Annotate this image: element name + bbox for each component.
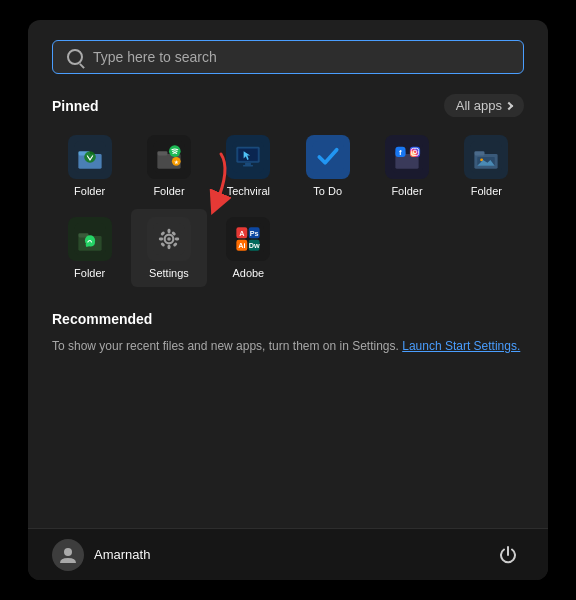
svg-point-57 <box>64 548 72 556</box>
svg-rect-40 <box>168 245 171 249</box>
svg-rect-28 <box>475 151 485 155</box>
app-label-folder5: Folder <box>391 185 422 197</box>
svg-rect-16 <box>243 165 253 166</box>
search-bar[interactable]: Type here to search <box>52 40 524 74</box>
app-label-folder1: Folder <box>74 185 105 197</box>
power-button[interactable] <box>492 539 524 571</box>
app-item-techviral[interactable]: Techviral <box>211 127 286 205</box>
user-section[interactable]: Amarnath <box>52 539 150 571</box>
launch-settings-link[interactable]: Launch Start Settings. <box>402 339 520 353</box>
app-icon-techviral <box>226 135 270 179</box>
search-placeholder: Type here to search <box>93 49 217 65</box>
app-icon-adobe: A Ps Ai Dw <box>226 217 270 261</box>
app-icon-settings <box>147 217 191 261</box>
app-icon-folder5: f <box>385 135 429 179</box>
svg-text:A: A <box>240 229 246 238</box>
svg-rect-15 <box>245 163 251 165</box>
search-container: Type here to search <box>28 20 548 86</box>
app-item-todo[interactable]: To Do <box>290 127 365 205</box>
recommended-description: To show your recent files and new apps, … <box>52 339 399 353</box>
svg-point-3 <box>84 151 96 163</box>
user-name: Amarnath <box>94 547 150 562</box>
app-icon-todo <box>306 135 350 179</box>
svg-text:Dw: Dw <box>249 241 260 250</box>
app-item-folder2[interactable]: ★ Folder <box>131 127 206 205</box>
svg-rect-41 <box>159 238 163 241</box>
svg-point-38 <box>167 237 171 241</box>
app-item-folder5[interactable]: f Folder <box>369 127 444 205</box>
taskbar: Amarnath <box>28 528 548 580</box>
app-label-adobe: Adobe <box>232 267 264 279</box>
svg-rect-42 <box>175 238 179 241</box>
pinned-title: Pinned <box>52 98 99 114</box>
app-label-techviral: Techviral <box>227 185 270 197</box>
recommended-title: Recommended <box>52 311 524 327</box>
app-icon-folder6 <box>464 135 508 179</box>
app-label-todo: To Do <box>313 185 342 197</box>
app-label-folder2: Folder <box>153 185 184 197</box>
pinned-grid: Folder ★ Folder <box>28 127 548 287</box>
app-item-settings[interactable]: Settings <box>131 209 206 287</box>
svg-rect-39 <box>168 229 171 233</box>
app-icon-folder1 <box>68 135 112 179</box>
svg-text:Ps: Ps <box>250 229 259 238</box>
app-label-folder7: Folder <box>74 267 105 279</box>
app-item-folder1[interactable]: Folder <box>52 127 127 205</box>
svg-text:Ai: Ai <box>239 241 246 250</box>
recommended-text: To show your recent files and new apps, … <box>52 337 524 355</box>
app-item-folder6[interactable]: Folder <box>449 127 524 205</box>
svg-rect-48 <box>232 223 264 255</box>
start-menu: Type here to search Pinned All apps <box>28 20 548 580</box>
app-item-folder7[interactable]: Folder <box>52 209 127 287</box>
pinned-header: Pinned All apps <box>28 86 548 127</box>
app-icon-folder2: ★ <box>147 135 191 179</box>
svg-text:f: f <box>399 148 402 157</box>
app-icon-folder7 <box>68 217 112 261</box>
all-apps-label: All apps <box>456 98 502 113</box>
app-item-adobe[interactable]: A Ps Ai Dw Adobe <box>211 209 286 287</box>
all-apps-button[interactable]: All apps <box>444 94 524 117</box>
search-icon <box>67 49 83 65</box>
user-avatar <box>52 539 84 571</box>
chevron-right-icon <box>505 101 513 109</box>
app-label-folder6: Folder <box>471 185 502 197</box>
app-label-settings: Settings <box>149 267 189 279</box>
svg-rect-6 <box>157 151 167 155</box>
recommended-section: Recommended To show your recent files an… <box>28 311 548 355</box>
